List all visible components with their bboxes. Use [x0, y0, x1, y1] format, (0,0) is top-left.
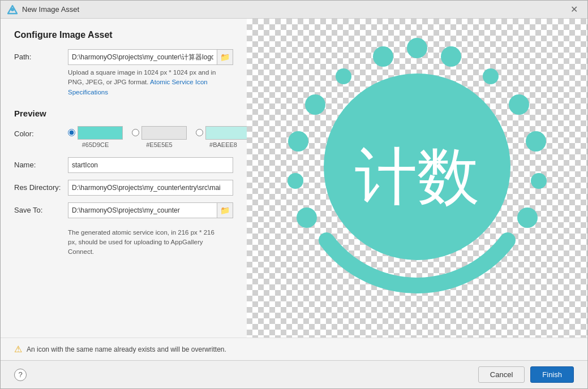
save-hint-text: The generated atomic service icon, in 21… — [68, 228, 233, 257]
name-input[interactable] — [68, 157, 233, 173]
color-radio-input-1[interactable] — [68, 129, 75, 136]
svg-point-11 — [517, 208, 538, 228]
svg-point-4 — [373, 46, 393, 67]
color-radio-1 — [68, 126, 123, 140]
path-hint: Upload a square image in 1024 px * 1024 … — [68, 68, 233, 97]
svg-point-16 — [297, 208, 317, 228]
preview-svg: 计数 — [270, 31, 564, 325]
path-content: 📁 Upload a square image in 1024 px * 102… — [68, 49, 233, 97]
hint-text-1: Upload a square image in 1024 px * 1024 … — [68, 69, 216, 76]
name-content — [68, 157, 233, 173]
svg-point-14 — [288, 131, 308, 152]
warning-bar: ⚠ An icon with the same name already exi… — [1, 338, 587, 360]
preview-panel: 计数 — [247, 19, 587, 338]
color-radio-input-3[interactable] — [196, 129, 203, 136]
cancel-button[interactable]: Cancel — [478, 366, 525, 383]
color-option-2: #E5E5E5 — [132, 126, 187, 148]
color-radio-2 — [132, 126, 187, 140]
save-to-input-wrapper: 📁 — [68, 202, 233, 218]
warning-icon: ⚠ — [14, 344, 22, 355]
color-swatch-1[interactable] — [78, 126, 123, 140]
res-dir-input[interactable] — [68, 180, 233, 196]
dialog-body: Configure Image Asset Path: 📁 Upload a s… — [1, 19, 587, 338]
color-swatch-3[interactable] — [205, 126, 247, 140]
color-option-1: #65D9CE — [68, 126, 123, 148]
title-bar: New Image Asset ✕ — [1, 1, 587, 19]
warning-text: An icon with the same name already exist… — [27, 345, 226, 353]
path-input[interactable] — [68, 49, 217, 65]
svg-point-13 — [305, 94, 325, 115]
save-to-input[interactable] — [68, 202, 217, 218]
path-input-wrapper: 📁 — [68, 49, 233, 65]
save-to-browse-button[interactable]: 📁 — [217, 202, 233, 218]
svg-point-9 — [526, 131, 546, 152]
color-label-2: #E5E5E5 — [146, 141, 172, 148]
color-row: Color: #65D9CE — [14, 126, 233, 150]
res-dir-row: Res Directory: — [14, 180, 233, 196]
color-content: #65D9CE #E5E5E5 — [68, 126, 247, 150]
name-label: Name: — [14, 157, 68, 169]
svg-point-8 — [509, 94, 529, 115]
svg-point-7 — [483, 68, 499, 84]
res-dir-label: Res Directory: — [14, 180, 68, 192]
save-to-content: 📁 — [68, 202, 233, 218]
svg-point-15 — [287, 173, 303, 189]
app-icon — [7, 5, 18, 15]
dialog-footer: ? Cancel Finish — [1, 360, 587, 388]
footer-buttons: Cancel Finish — [478, 366, 574, 383]
dialog-title: New Image Asset — [22, 5, 567, 14]
close-button[interactable]: ✕ — [567, 3, 581, 16]
save-to-row: Save To: 📁 — [14, 202, 233, 218]
res-dir-content — [68, 180, 233, 196]
color-label: Color: — [14, 126, 68, 138]
svg-text:计数: 计数 — [355, 141, 479, 211]
name-row: Name: — [14, 157, 233, 173]
left-panel: Configure Image Asset Path: 📁 Upload a s… — [1, 19, 247, 338]
color-radio-input-2[interactable] — [132, 129, 139, 136]
help-button[interactable]: ? — [14, 369, 27, 381]
path-label: Path: — [14, 49, 68, 61]
color-radio-3 — [196, 126, 247, 140]
svg-point-5 — [407, 38, 427, 58]
path-row: Path: 📁 Upload a square image in 1024 px… — [14, 49, 233, 97]
svg-point-6 — [441, 46, 461, 67]
svg-point-12 — [336, 68, 351, 84]
svg-point-10 — [531, 173, 547, 189]
dialog: New Image Asset ✕ Configure Image Asset … — [0, 0, 588, 389]
preview-title: Preview — [14, 109, 233, 118]
color-option-3: #BAEEE8 — [196, 126, 247, 148]
configure-heading: Configure Image Asset — [14, 30, 233, 40]
svg-point-1 — [11, 8, 14, 11]
color-swatch-2[interactable] — [141, 126, 187, 140]
color-label-1: #65D9CE — [82, 141, 109, 148]
color-options-row: #65D9CE #E5E5E5 — [68, 126, 247, 148]
save-hint: The generated atomic service icon, in 21… — [68, 225, 233, 257]
path-browse-button[interactable]: 📁 — [217, 49, 233, 65]
hint-text-2: PNG, JPEG, or JPG format. — [68, 79, 149, 85]
save-to-label: Save To: — [14, 202, 68, 214]
color-label-3: #BAEEE8 — [209, 141, 237, 148]
finish-button[interactable]: Finish — [530, 366, 574, 383]
